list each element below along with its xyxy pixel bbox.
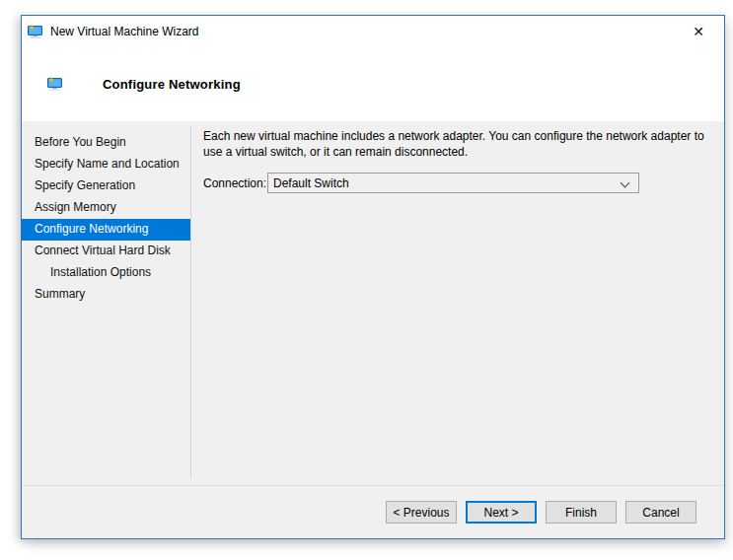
wizard-footer: < Previous Next > Finish Cancel [22,485,724,538]
desktop-background: New Virtual Machine Wizard ✕ Configure N… [0,0,733,560]
title-bar[interactable]: New Virtual Machine Wizard ✕ [22,16,724,46]
page-description: Each new virtual machine includes a netw… [203,129,714,160]
sidebar-item-configure-networking[interactable]: Configure Networking [22,219,190,241]
sidebar-divider [190,127,191,479]
sidebar-item-before-you-begin[interactable]: Before You Begin [22,132,190,154]
sidebar-item-assign-memory[interactable]: Assign Memory [22,197,190,219]
previous-button[interactable]: < Previous [386,501,457,524]
cancel-button[interactable]: Cancel [625,501,696,524]
chevron-down-icon [622,179,629,187]
connection-row: Connection: Default Switch [203,173,714,193]
sidebar-item-specify-generation[interactable]: Specify Generation [22,175,190,197]
wizard-body: Before You Begin Specify Name and Locati… [22,121,724,485]
connection-label: Connection: [203,176,267,190]
new-vm-wizard-dialog: New Virtual Machine Wizard ✕ Configure N… [21,15,725,539]
sidebar-item-summary[interactable]: Summary [22,284,190,306]
next-button[interactable]: Next > [466,501,537,524]
window-title: New Virtual Machine Wizard [50,25,199,38]
sidebar-item-specify-name-and-location[interactable]: Specify Name and Location [22,154,190,175]
vm-wizard-icon [27,24,43,39]
connection-dropdown[interactable]: Default Switch [267,173,639,193]
sidebar-item-connect-virtual-hard-disk[interactable]: Connect Virtual Hard Disk [22,241,190,262]
vm-page-icon [46,76,63,92]
finish-button[interactable]: Finish [546,501,617,524]
page-content: Each new virtual machine includes a netw… [190,121,724,485]
close-button[interactable]: ✕ [685,20,712,43]
wizard-page-header: Configure Networking [22,46,724,121]
wizard-steps-sidebar: Before You Begin Specify Name and Locati… [22,121,190,485]
page-title: Configure Networking [103,77,241,92]
sidebar-item-installation-options[interactable]: Installation Options [22,262,190,284]
connection-selected-value: Default Switch [273,176,349,190]
